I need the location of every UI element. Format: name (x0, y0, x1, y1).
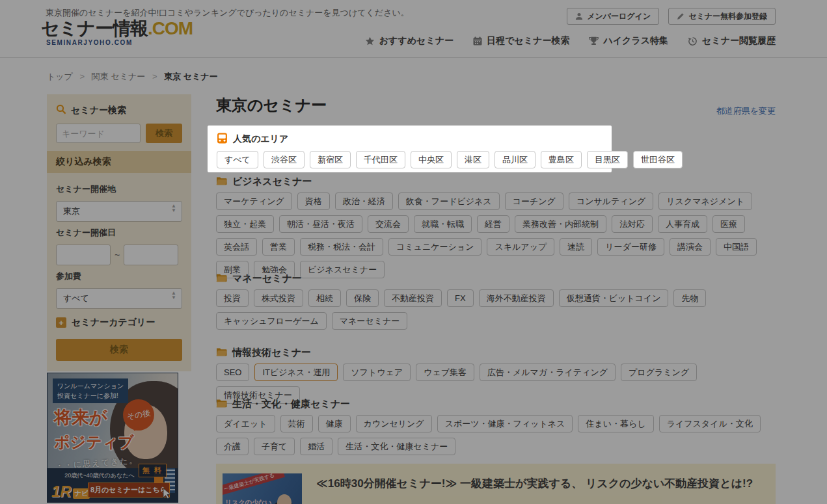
area-tag[interactable]: 千代田区 (356, 151, 405, 168)
area-tag[interactable]: 世田谷区 (633, 151, 683, 168)
area-tag[interactable]: 新宿区 (310, 151, 351, 168)
area-tag[interactable]: 港区 (457, 151, 489, 168)
area-tag[interactable]: 目黒区 (587, 151, 628, 168)
popular-area-title: 人気のエリア (233, 133, 288, 145)
dim-overlay (0, 0, 827, 504)
train-icon (217, 133, 228, 146)
popular-area-header: 人気のエリア (217, 133, 603, 146)
area-tag[interactable]: 品川区 (495, 151, 536, 168)
area-tag[interactable]: 渋谷区 (264, 151, 305, 168)
popular-area-section: 人気のエリア すべて渋谷区新宿区千代田区中央区港区品川区豊島区目黒区世田谷区 (208, 126, 612, 172)
area-tag-list: すべて渋谷区新宿区千代田区中央区港区品川区豊島区目黒区世田谷区 (217, 151, 603, 168)
area-tag[interactable]: 豊島区 (541, 151, 582, 168)
area-tag[interactable]: 中央区 (411, 151, 452, 168)
page: 東京開催のセミナーを紹介中!口コミやランキングでぴったりのセミナーを見つけてくだ… (0, 0, 827, 504)
area-tag[interactable]: すべて (217, 151, 258, 168)
